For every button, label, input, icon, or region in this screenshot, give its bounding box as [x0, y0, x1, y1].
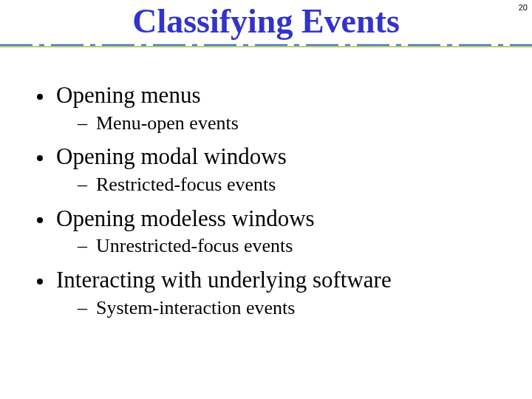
content-area: Opening menus – Menu-open events Opening… — [0, 41, 532, 320]
dash-icon: – — [78, 173, 87, 197]
sub-bullet-text: Menu-open events — [96, 112, 239, 136]
dash-icon: – — [78, 112, 87, 136]
sub-bullet-text: Restricted-focus events — [96, 173, 276, 197]
bullet-dot-icon — [37, 155, 43, 161]
bullet-item: Opening modeless windows — [37, 205, 510, 233]
bullet-text: Opening modeless windows — [56, 205, 315, 233]
slide-title: Classifying Events — [125, 1, 407, 41]
bullet-item: Opening menus — [37, 81, 510, 110]
sub-bullet-item: – Unrestricted-focus events — [78, 234, 510, 259]
dash-icon: – — [78, 234, 87, 259]
sub-bullet-item: – System-interaction events — [78, 296, 510, 321]
sub-bullet-text: Unrestricted-focus events — [96, 234, 293, 259]
sub-bullet-item: – Menu-open events — [78, 112, 510, 136]
title-underline — [0, 43, 532, 49]
dash-icon: – — [78, 296, 87, 321]
sub-bullet-item: – Restricted-focus events — [78, 173, 510, 197]
bullet-dot-icon — [37, 94, 43, 100]
title-area: Classifying Events — [0, 0, 532, 41]
bullet-text: Opening modal windows — [56, 143, 287, 171]
bullet-text: Interacting with underlying software — [56, 266, 392, 295]
bullet-item: Opening modal windows — [37, 143, 510, 171]
sub-bullet-text: System-interaction events — [96, 296, 295, 321]
bullet-dot-icon — [37, 279, 43, 284]
bullet-item: Interacting with underlying software — [37, 266, 510, 295]
bullet-dot-icon — [37, 217, 43, 223]
bullet-text: Opening menus — [56, 81, 200, 110]
